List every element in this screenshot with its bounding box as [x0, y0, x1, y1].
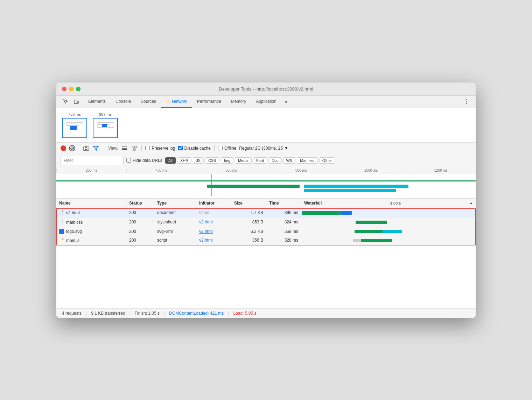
table-row[interactable]: logo.svg 200 svg+xml v2.html 6.3 KB 558 … — [56, 227, 476, 236]
screenshot-icon[interactable] — [83, 145, 90, 152]
filter-doc-button[interactable]: Doc — [268, 157, 282, 164]
network-rows-container: v2.html 200 document Other 1.7 KB 396 ms… — [56, 208, 476, 245]
svg-point-3 — [85, 148, 87, 150]
status-bar: 4 requests | 9.1 KB transferred | Finish… — [56, 308, 476, 318]
header-waterfall[interactable]: Waterfall 1.00 s ▲ — [301, 199, 476, 208]
svg-rect-9 — [133, 149, 135, 150]
traffic-lights — [62, 87, 80, 91]
record-button[interactable] — [61, 145, 66, 151]
cell-initiator[interactable]: v2.html — [196, 227, 231, 236]
svg-rect-7 — [132, 146, 134, 148]
cell-type: stylesheet — [154, 218, 196, 227]
cell-name: v2.html — [56, 208, 126, 217]
header-time[interactable]: Time — [266, 199, 301, 208]
filmstrip-item-2[interactable]: 967 ms — [93, 112, 118, 138]
tree-view-icon[interactable] — [131, 145, 138, 152]
tab-performance[interactable]: Performance — [192, 96, 226, 107]
hide-data-urls-checkbox[interactable]: Hide data URLs — [126, 158, 162, 163]
disable-cache-checkbox[interactable]: Disable cache — [178, 146, 211, 151]
cell-initiator[interactable]: v2.html — [196, 218, 231, 227]
wf-bar-gray — [353, 239, 361, 242]
cell-time: 558 ms — [266, 227, 301, 236]
tab-console[interactable]: Console — [111, 96, 136, 107]
dom-content-loaded[interactable]: DOMContentLoaded: 421 ms — [169, 311, 224, 316]
header-status[interactable]: Status — [126, 199, 154, 208]
close-button[interactable] — [62, 87, 66, 91]
table-row[interactable]: main.css 200 stylesheet v2.html 853 B 32… — [56, 218, 476, 227]
header-size[interactable]: Size — [231, 199, 266, 208]
filter-img-button[interactable]: Img — [221, 157, 233, 164]
cell-time: 328 ms — [266, 236, 301, 245]
cell-type: svg+xml — [154, 227, 196, 236]
cell-waterfall — [301, 227, 476, 236]
devtools-menu-button[interactable]: ⋮ — [460, 96, 473, 107]
timeline-bar-2 — [304, 185, 409, 188]
network-table: Name Status Type Initiator Size Time Wat… — [56, 199, 476, 308]
cell-type: document — [154, 208, 196, 217]
header-type[interactable]: Type — [154, 199, 196, 208]
offline-checkbox[interactable]: Offline — [218, 146, 236, 151]
filter-media-button[interactable]: Media — [235, 157, 252, 164]
wf-bar-green — [355, 230, 383, 233]
filter-types: All XHR JS CSS Img Media Font Doc WS Man… — [165, 157, 335, 164]
tab-sources[interactable]: Sources — [136, 96, 161, 107]
maximize-button[interactable] — [76, 87, 80, 91]
wf-bar-teal — [383, 230, 402, 233]
filter-input[interactable] — [61, 156, 124, 165]
preserve-log-checkbox[interactable]: Preserve log — [145, 146, 175, 151]
svg-rect-1 — [77, 101, 78, 103]
list-view-icon[interactable] — [121, 145, 128, 152]
filter-toolbar: Hide data URLs All XHR JS CSS Img Media … — [56, 154, 476, 167]
svg-rect-6 — [122, 149, 127, 150]
timeline-ruler: 200 ms 400 ms 600 ms 800 ms 1000 ms 1200… — [56, 167, 476, 174]
toolbar-icons — [59, 96, 83, 108]
warning-icon: ⚠ — [166, 99, 170, 104]
more-tabs-button[interactable]: » — [281, 97, 290, 107]
table-row[interactable]: v2.html 200 document Other 1.7 KB 396 ms — [56, 208, 476, 218]
waterfall-time: 1.00 s — [390, 201, 401, 205]
filter-manifest-button[interactable]: Manifest — [297, 157, 318, 164]
wf-bar-green — [302, 211, 341, 215]
filter-ws-button[interactable]: WS — [283, 157, 296, 164]
title-bar: Developer Tools – http://localhost:3000/… — [56, 83, 476, 96]
devtools-window: Developer Tools – http://localhost:3000/… — [56, 82, 476, 318]
header-name[interactable]: Name — [56, 199, 126, 208]
tab-network[interactable]: ⚠ Network — [161, 96, 192, 108]
wf-bar-blue — [341, 211, 352, 215]
tab-elements[interactable]: Elements — [83, 96, 111, 107]
filter-font-button[interactable]: Font — [253, 157, 267, 164]
filter-other-button[interactable]: Other — [319, 157, 335, 164]
filmstrip-item-1[interactable]: 736 ms — [62, 112, 87, 138]
minimize-button[interactable] — [69, 87, 74, 91]
table-row[interactable]: main.js 200 script v2.html 356 B 328 ms — [56, 236, 476, 245]
ruler-tick-3: 600 ms — [196, 169, 266, 172]
cell-initiator: Other — [196, 208, 231, 217]
cell-name: logo.svg — [56, 227, 126, 236]
clear-button[interactable]: ⊘ — [69, 145, 75, 151]
tab-application[interactable]: Application — [251, 96, 281, 107]
file-icon-svg — [59, 229, 64, 234]
network-throttle-select[interactable]: Regular 2G (300ms, 25 ▼ — [239, 146, 288, 151]
view-label: View: — [108, 146, 118, 151]
inspect-icon[interactable] — [62, 98, 70, 106]
cell-size: 1.7 KB — [231, 208, 266, 217]
header-initiator[interactable]: Initiator — [196, 199, 231, 208]
file-icon-css — [59, 220, 64, 225]
filmstrip-thumb-1 — [62, 118, 87, 138]
filter-icon[interactable] — [92, 145, 99, 152]
timeline-area: 200 ms 400 ms 600 ms 800 ms 1000 ms 1200… — [56, 167, 476, 199]
filter-js-button[interactable]: JS — [193, 157, 204, 164]
device-mode-icon[interactable] — [72, 98, 80, 106]
filter-all-button[interactable]: All — [165, 157, 176, 164]
cell-type: script — [154, 236, 196, 245]
tab-memory[interactable]: Memory — [226, 96, 251, 107]
timeline-bar-3 — [304, 189, 396, 192]
cell-initiator[interactable]: v2.html — [196, 236, 231, 245]
cell-size: 853 B — [231, 218, 266, 227]
filter-xhr-button[interactable]: XHR — [177, 157, 191, 164]
cell-waterfall — [301, 236, 476, 245]
table-header: Name Status Type Initiator Size Time Wat… — [56, 199, 476, 208]
cell-status: 200 — [126, 208, 154, 217]
cell-waterfall — [301, 218, 476, 227]
filter-css-button[interactable]: CSS — [205, 157, 219, 164]
